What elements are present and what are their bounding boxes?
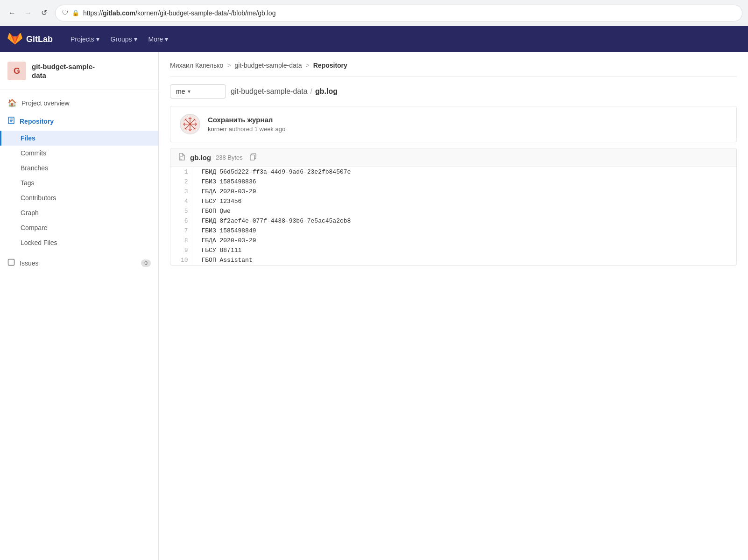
content-area: Михаил Капелько > git-budget-sample-data… bbox=[159, 52, 748, 560]
line-code: ГБИД 56d5d222-ff3a-44d9-9ad6-23e2fb84507… bbox=[194, 167, 736, 177]
commit-meta: kornerr authored 1 week ago bbox=[208, 126, 727, 133]
chevron-down-icon: ▾ bbox=[134, 35, 137, 43]
breadcrumb-sep-1: > bbox=[227, 62, 231, 69]
file-path-row: me ▾ git-budget-sample-data / gb.log bbox=[170, 84, 737, 98]
breadcrumb: Михаил Капелько > git-budget-sample-data… bbox=[170, 62, 737, 77]
code-table: 1 ГБИД 56d5d222-ff3a-44d9-9ad6-23e2fb845… bbox=[170, 167, 736, 265]
filename-part: gb.log bbox=[315, 87, 338, 96]
avatar bbox=[180, 114, 200, 134]
line-number: 9 bbox=[170, 245, 194, 255]
back-button[interactable]: ← bbox=[6, 7, 19, 20]
line-code: ГБСУ 123456 bbox=[194, 196, 736, 206]
sidebar-item-branches[interactable]: Branches bbox=[0, 161, 158, 175]
browser-chrome: ← → ↺ 🛡 🔒 https://gitlab.com/kornerr/git… bbox=[0, 0, 748, 26]
sidebar-nav: 🏠 Project overview Repository bbox=[0, 90, 158, 276]
line-number: 5 bbox=[170, 206, 194, 216]
table-row: 2 ГБИЗ 1585498836 bbox=[170, 177, 736, 187]
table-row: 4 ГБСУ 123456 bbox=[170, 196, 736, 206]
commit-info: Сохранить журнал kornerr authored 1 week… bbox=[208, 116, 727, 133]
shield-icon: 🛡 bbox=[62, 9, 68, 16]
line-code: ГБДА 2020-03-29 bbox=[194, 187, 736, 196]
gitlab-logo-icon bbox=[7, 32, 22, 47]
nav-projects[interactable]: Projects ▾ bbox=[66, 33, 104, 46]
sidebar-item-files[interactable]: Files bbox=[0, 131, 158, 146]
table-row: 3 ГБДА 2020-03-29 bbox=[170, 187, 736, 196]
file-type-icon bbox=[178, 153, 185, 162]
branch-selector[interactable]: me ▾ bbox=[170, 84, 226, 98]
nav-menu: Projects ▾ Groups ▾ More ▾ bbox=[66, 33, 173, 46]
table-row: 6 ГБИД 8f2aef4e-077f-4438-93b6-7e5ac45a2… bbox=[170, 216, 736, 226]
breadcrumb-current: Repository bbox=[313, 62, 347, 69]
file-container: gb.log 238 Bytes 1 ГБИД 56d5d222-ff3a-44… bbox=[170, 148, 737, 266]
sidebar-item-tags[interactable]: Tags bbox=[0, 175, 158, 190]
svg-rect-4 bbox=[8, 259, 14, 266]
table-row: 5 ГБОП Qwe bbox=[170, 206, 736, 216]
chevron-down-icon: ▾ bbox=[165, 35, 168, 43]
home-icon: 🏠 bbox=[7, 98, 17, 107]
file-path-parts: git-budget-sample-data / gb.log bbox=[231, 87, 338, 96]
repo-path-part[interactable]: git-budget-sample-data bbox=[231, 87, 308, 96]
branch-name: me bbox=[176, 88, 185, 95]
line-code: ГБИЗ 1585498849 bbox=[194, 226, 736, 236]
line-code: ГБОП Qwe bbox=[194, 206, 736, 216]
table-row: 8 ГБДА 2020-03-29 bbox=[170, 236, 736, 245]
line-number: 8 bbox=[170, 236, 194, 245]
sidebar-item-graph[interactable]: Graph bbox=[0, 205, 158, 220]
lock-icon: 🔒 bbox=[72, 9, 79, 16]
refresh-button[interactable]: ↺ bbox=[37, 7, 50, 20]
line-code: ГБДА 2020-03-29 bbox=[194, 236, 736, 245]
line-code: ГБИД 8f2aef4e-077f-4438-93b6-7e5ac45a2cb… bbox=[194, 216, 736, 226]
breadcrumb-sep-2: > bbox=[306, 62, 310, 69]
svg-rect-30 bbox=[250, 155, 254, 160]
sidebar-item-contributors[interactable]: Contributors bbox=[0, 190, 158, 205]
line-number: 2 bbox=[170, 177, 194, 187]
table-row: 10 ГБОП Assistant bbox=[170, 255, 736, 265]
project-header: G git-budget-sample- data bbox=[0, 52, 158, 90]
address-bar[interactable]: 🛡 🔒 https://gitlab.com/kornerr/git-budge… bbox=[55, 5, 742, 21]
forward-button[interactable]: → bbox=[21, 7, 35, 20]
issues-badge: 0 bbox=[141, 259, 151, 267]
table-row: 7 ГБИЗ 1585498849 bbox=[170, 226, 736, 236]
sidebar-item-locked-files[interactable]: Locked Files bbox=[0, 235, 158, 250]
file-header: gb.log 238 Bytes bbox=[170, 148, 736, 167]
line-number: 1 bbox=[170, 167, 194, 177]
project-avatar: G bbox=[7, 62, 26, 80]
line-code: ГБСУ 887111 bbox=[194, 245, 736, 255]
main-layout: G git-budget-sample- data 🏠 Project over… bbox=[0, 52, 748, 560]
commit-author[interactable]: kornerr bbox=[208, 126, 227, 133]
commit-card: Сохранить журнал kornerr authored 1 week… bbox=[170, 106, 737, 142]
sidebar-item-repository[interactable]: Repository bbox=[0, 112, 158, 131]
sidebar-item-compare[interactable]: Compare bbox=[0, 220, 158, 235]
table-row: 9 ГБСУ 887111 bbox=[170, 245, 736, 255]
url-text: https://gitlab.com/kornerr/git-budget-sa… bbox=[83, 9, 735, 17]
repository-icon bbox=[7, 117, 15, 126]
commit-message[interactable]: Сохранить журнал bbox=[208, 116, 727, 124]
file-size: 238 Bytes bbox=[216, 154, 243, 161]
gitlab-logo[interactable]: GitLab bbox=[7, 32, 53, 47]
table-row: 1 ГБИД 56d5d222-ff3a-44d9-9ad6-23e2fb845… bbox=[170, 167, 736, 177]
branch-chevron-icon: ▾ bbox=[188, 88, 191, 95]
project-name: git-budget-sample- data bbox=[32, 62, 95, 80]
file-name: gb.log bbox=[190, 154, 211, 161]
line-code: ГБИЗ 1585498836 bbox=[194, 177, 736, 187]
line-number: 4 bbox=[170, 196, 194, 206]
nav-more[interactable]: More ▾ bbox=[144, 33, 173, 46]
repo-subnav: Files Commits Branches Tags Contributors… bbox=[0, 131, 158, 250]
sidebar: G git-budget-sample- data 🏠 Project over… bbox=[0, 52, 159, 560]
issues-icon bbox=[7, 259, 15, 268]
path-separator: / bbox=[310, 87, 312, 96]
gitlab-logo-text: GitLab bbox=[26, 35, 53, 44]
breadcrumb-author[interactable]: Михаил Капелько bbox=[170, 62, 223, 69]
line-number: 3 bbox=[170, 187, 194, 196]
avatar-image bbox=[181, 115, 199, 133]
line-number: 7 bbox=[170, 226, 194, 236]
sidebar-item-commits[interactable]: Commits bbox=[0, 146, 158, 161]
line-number: 10 bbox=[170, 255, 194, 265]
breadcrumb-repo[interactable]: git-budget-sample-data bbox=[235, 62, 302, 69]
line-code: ГБОП Assistant bbox=[194, 255, 736, 265]
copy-file-button[interactable] bbox=[249, 153, 257, 162]
sidebar-item-issues[interactable]: Issues 0 bbox=[0, 254, 158, 273]
nav-groups[interactable]: Groups ▾ bbox=[106, 33, 142, 46]
gitlab-navbar: GitLab Projects ▾ Groups ▾ More ▾ bbox=[0, 26, 748, 52]
sidebar-item-project-overview[interactable]: 🏠 Project overview bbox=[0, 94, 158, 112]
